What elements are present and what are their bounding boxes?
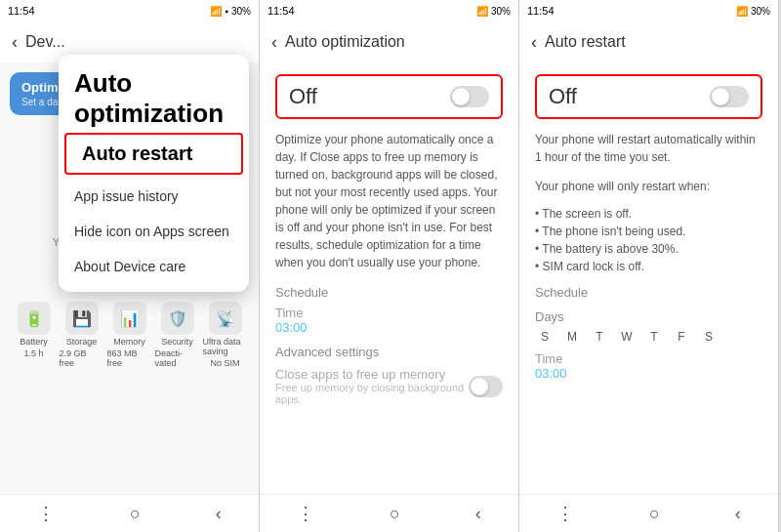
toggle-row-3: Off [535,74,762,119]
day-f: F [672,330,691,344]
security-value: Deacti-vated [155,348,200,368]
security-item: 🛡️ Security Deacti-vated [155,302,200,368]
status-time-2: 11:54 [267,5,295,17]
battery-label-2: 30% [491,6,511,17]
memory-label: Memory [113,337,145,347]
panel-3: 11:54 📶 30% ‹ Auto restart Off Your phon… [519,0,779,532]
time-value-2[interactable]: 03:00 [275,320,503,335]
dropdown-item-2[interactable]: About Device care [59,249,249,284]
restart-desc: Your phone will restart automatically wi… [535,131,762,166]
status-time-3: 11:54 [527,5,555,17]
status-bar-2: 11:54 📶 30% [260,0,518,21]
security-icon: 🛡️ [161,302,194,335]
wifi-icon: ▪ [225,6,228,17]
status-time-1: 11:54 [8,5,35,17]
time-item-2: Time 03:00 [275,306,503,335]
days-header-3: Days [535,309,762,324]
panel-1: 11:54 📶 ▪ 30% ‹ Dev... Optimize auto... … [0,0,260,532]
status-icons-2: 📶 30% [476,6,511,17]
toggle-switch-3[interactable] [710,86,749,107]
dropdown-item-1[interactable]: Hide icon on Apps screen [59,214,249,249]
nav-back-icon[interactable]: ‹ [216,504,222,524]
close-apps-label: Close apps to free up memory [275,367,469,382]
signal-icon-3: 📶 [736,6,748,17]
time-label-2: Time [275,306,503,320]
panel2-content: Off Optimize your phone automatically on… [260,62,518,494]
time-item-3: Time 03:00 [535,351,762,381]
bottom-nav-2: ⋮ ○ ‹ [260,494,518,532]
nav-home-icon-2[interactable]: ○ [390,504,400,524]
bullet-item-0: • The screen is off. [535,207,762,221]
bullet-item-3: • SIM card lock is off. [535,260,762,273]
dropdown-subtitle-box: Auto restart [64,133,243,175]
schedule-header-2: Schedule [275,285,503,300]
day-w: W [617,330,637,344]
nav-back-icon-3[interactable]: ‹ [735,504,741,524]
dropdown-menu: Auto optimization Auto restart App issue… [59,55,249,292]
back-button-2[interactable]: ‹ [271,32,277,53]
nav-home-icon-3[interactable]: ○ [649,504,660,524]
memory-value: 863 MB free [107,348,152,368]
status-bar-3: 11:54 📶 30% [519,0,778,21]
signal-icon-2: 📶 [476,6,488,17]
close-apps-toggle[interactable] [469,376,503,397]
status-icons-3: 📶 30% [736,6,770,17]
security-label: Security [161,337,193,347]
nav-menu-icon-3[interactable]: ⋮ [556,503,574,524]
close-apps-row: Close apps to free up memory Free up mem… [275,367,503,405]
ultra-data-value: No SIM [210,358,239,368]
time-value-3[interactable]: 03:00 [535,366,762,381]
bottom-nav-1: ⋮ ○ ‹ [0,494,259,532]
bullet-item-2: • The battery is above 30%. [535,242,762,256]
battery-icon: 🔋 [18,302,51,335]
ultra-data-label: Ultra data saving [203,337,248,356]
nav-menu-icon-2[interactable]: ⋮ [297,503,314,524]
nav-home-icon[interactable]: ○ [130,504,141,524]
toggle-switch-2[interactable] [450,86,489,107]
storage-icon: 💾 [65,302,99,335]
toggle-row-2: Off [275,74,503,119]
toggle-label-2: Off [289,84,317,109]
nav-menu-icon[interactable]: ⋮ [37,503,55,524]
bullet-item-1: • The phone isn't being used. [535,225,762,238]
panel-2: 11:54 📶 30% ‹ Auto optimization Off Opti… [260,0,519,532]
nav-back-icon-2[interactable]: ‹ [475,504,481,524]
battery-label-1: 30% [231,6,251,17]
panel3-content: Off Your phone will restart automaticall… [519,62,778,494]
close-apps-content: Close apps to free up memory Free up mem… [275,367,469,405]
nav-title-1: Dev... [25,33,65,51]
close-apps-sub: Free up memory by closing background app… [275,382,469,405]
dropdown-subtitle: Auto restart [74,139,233,169]
status-bar-1: 11:54 📶 ▪ 30% [0,0,259,21]
battery-value: 1.5 h [23,348,43,358]
day-s2: S [699,330,719,344]
day-t2: T [644,330,664,344]
day-s1: S [535,330,555,344]
top-nav-3: ‹ Auto restart [519,21,778,62]
description-2: Optimize your phone automatically once a… [275,131,503,271]
storage-item: 💾 Storage 2.9 GB free [60,302,104,368]
memory-item: 📊 Memory 863 MB free [107,302,152,368]
dropdown-title: Auto optimization [59,62,249,133]
back-button-3[interactable]: ‹ [531,32,537,53]
nav-title-2: Auto optimization [285,33,405,51]
top-nav-2: ‹ Auto optimization [260,21,518,62]
battery-item: 🔋 Battery 1.5 h [12,302,57,368]
dropdown-item-0[interactable]: App issue history [59,179,249,214]
toggle-label-3: Off [549,84,577,109]
nav-title-3: Auto restart [545,33,626,51]
days-row: S M T W T F S [535,330,762,344]
day-t1: T [590,330,609,344]
schedule-header-3: Schedule [535,285,762,300]
back-button-1[interactable]: ‹ [12,32,18,53]
signal-icon: 📶 [210,6,222,17]
battery-label: Battery [20,337,48,347]
memory-icon: 📊 [113,302,146,335]
bottom-nav-3: ⋮ ○ ‹ [519,494,778,532]
bottom-icons-row: 🔋 Battery 1.5 h 💾 Storage 2.9 GB free 📊 … [10,298,249,372]
storage-value: 2.9 GB free [60,348,104,368]
conditions-intro: Your phone will only restart when: [535,178,762,195]
storage-label: Storage [66,337,98,347]
ultra-data-icon: 📡 [209,302,242,335]
ultra-data-item: 📡 Ultra data saving No SIM [203,302,248,368]
